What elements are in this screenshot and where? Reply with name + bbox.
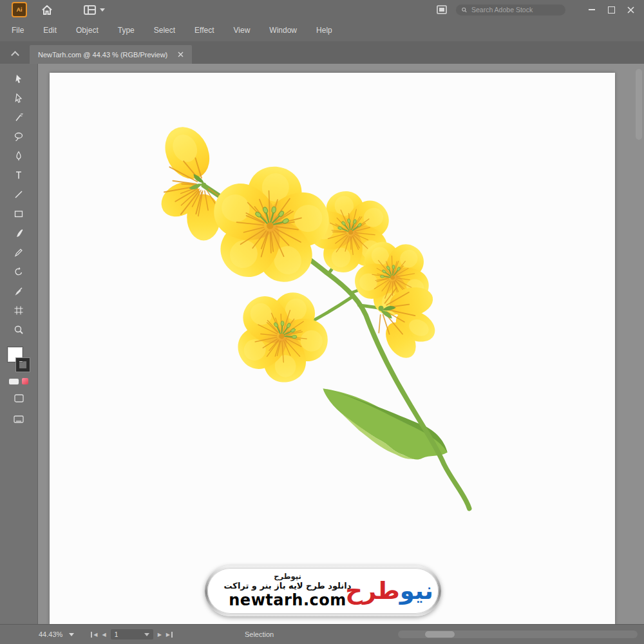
chevron-down-icon [100,8,105,12]
watermark-domain: newtarh.com [216,591,359,610]
magic-wand-tool[interactable] [11,110,26,124]
tool-status-label: Selection [245,630,274,638]
vertical-scrollbar[interactable] [636,69,642,140]
paintbrush-tool[interactable] [11,226,26,240]
watermark-tagline: دانلود طرح لایه باز بنر و تراکت [216,581,359,591]
next-artboard-button[interactable]: ▶ [158,632,162,638]
artboard[interactable] [50,73,615,625]
chevron-up-icon [11,51,19,59]
horizontal-scrollbar[interactable] [398,630,638,638]
draw-mode-button[interactable] [14,393,24,405]
document-tab[interactable]: NewTarh.com @ 44.43 % (RGB/Preview) [30,45,192,64]
side-flower-top-left [155,119,225,240]
zoom-dropdown-icon[interactable] [69,633,74,636]
artboard-navigation: ◀ ◀ 1 ▶ ▶ [91,629,173,639]
direct-selection-tool[interactable] [11,91,26,105]
stroke-color-swatch[interactable] [16,358,30,372]
collapse-panel-button[interactable] [0,52,30,58]
tools-panel [0,64,38,625]
newtarh-watermark: نیوطرح دانلود طرح لایه باز بنر و تراکت n… [205,565,441,616]
canvas-pasteboard[interactable] [38,64,644,625]
titlebar: Ai [0,0,644,19]
artboard-number-field[interactable]: 1 [111,629,153,639]
horizontal-scrollbar-thumb[interactable] [425,631,455,638]
zoom-tool[interactable] [11,323,26,337]
last-artboard-button[interactable]: ▶ [166,632,173,638]
flower-illustration [50,73,615,625]
tabbar: NewTarh.com @ 44.43 % (RGB/Preview) [0,41,644,64]
logo-part-blue: نیو [400,577,433,605]
menubar: File Edit Object Type Select Effect View… [0,19,644,41]
menu-object[interactable]: Object [76,26,99,35]
menu-edit[interactable]: Edit [43,26,57,35]
artboard-tool[interactable] [11,303,26,317]
eyedropper-tool[interactable] [11,284,26,298]
menu-view[interactable]: View [234,26,251,35]
screen-mode-button[interactable] [14,414,24,426]
maximize-icon [608,6,615,14]
workspace-switcher[interactable] [84,5,105,15]
pencil-tool[interactable] [11,245,26,260]
artboard-number: 1 [115,631,118,638]
menu-file[interactable]: File [12,26,24,35]
rotate-tool[interactable] [11,265,26,279]
lasso-tool[interactable] [11,129,26,144]
menu-help[interactable]: Help [316,26,332,35]
menu-window[interactable]: Window [269,26,297,35]
previous-artboard-button[interactable]: ◀ [102,632,106,638]
flower-main [197,158,343,298]
type-tool[interactable] [11,168,26,182]
flower-bottom [214,271,348,404]
color-button[interactable] [9,379,19,384]
maximize-button[interactable] [601,1,621,18]
home-icon[interactable] [41,5,53,15]
search-input[interactable] [470,5,560,14]
menu-type[interactable]: Type [118,26,135,35]
logo-part-red: طرح [345,577,400,605]
search-icon [462,6,467,14]
color-mode-buttons [9,378,28,384]
statusbar: 44.43% ◀ ◀ 1 ▶ ▶ Selection [0,624,644,644]
menu-effect[interactable]: Effect [194,26,214,35]
close-button[interactable] [621,1,640,18]
first-artboard-button[interactable]: ◀ [91,632,97,638]
artboard-dropdown-icon [144,633,149,636]
arrange-documents-icon[interactable] [437,5,447,14]
document-tab-title: NewTarh.com @ 44.43 % (RGB/Preview) [38,51,167,59]
leaf [323,388,447,459]
tab-close-icon[interactable] [178,52,184,57]
close-icon [627,6,634,14]
rectangle-tool[interactable] [11,207,26,221]
window-controls [582,1,640,18]
line-segment-tool[interactable] [11,187,26,202]
search-input-wrap [456,5,565,15]
selection-tool[interactable] [11,71,26,86]
pen-tool[interactable] [11,149,26,163]
workspace-icon [84,5,96,15]
menu-select[interactable]: Select [154,26,175,35]
minimize-icon [589,9,595,10]
watermark-site-name: نیوطرح [216,572,359,581]
newtarh-logo: نیوطرح [359,579,433,603]
fill-stroke-swatches [8,347,30,372]
main-area [0,64,644,625]
illustrator-app-icon[interactable]: Ai [12,2,27,17]
gradient-button[interactable] [22,378,28,384]
minimize-button[interactable] [582,1,601,18]
zoom-level[interactable]: 44.43% [39,630,62,638]
